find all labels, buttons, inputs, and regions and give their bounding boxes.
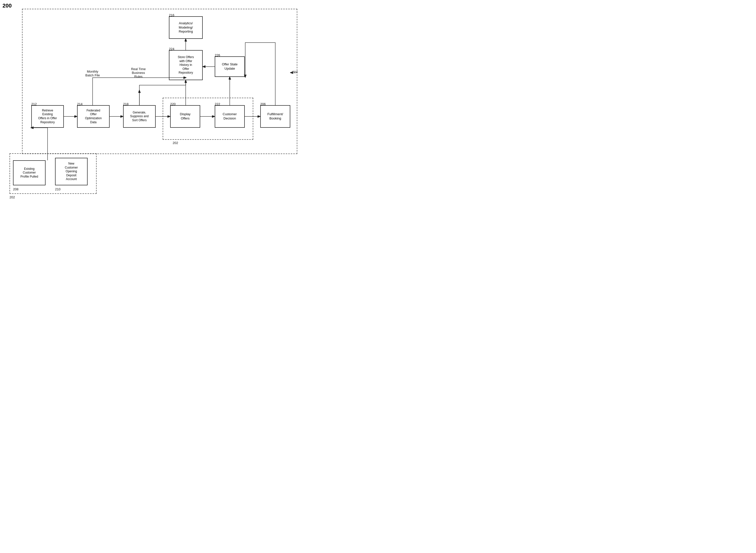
ref-212: 212 bbox=[31, 102, 37, 106]
ref-210: 210 bbox=[55, 187, 61, 191]
ref-202-customer: 202 bbox=[9, 195, 15, 199]
box-218: Generate,Suppress andSort Offers bbox=[123, 105, 156, 128]
ref-224: 224 bbox=[169, 47, 174, 51]
box-222: CustomerDecision bbox=[215, 105, 245, 128]
ref-214: 214 bbox=[77, 102, 83, 106]
box-206: Fulfillment/Booking bbox=[260, 105, 290, 128]
box-220: DisplayOffers bbox=[170, 105, 200, 128]
box-210: NewCustomerOpeningDepositAccount bbox=[55, 158, 88, 185]
ref-208: 208 bbox=[13, 187, 18, 191]
box-212: RetrieveExistingOffers in OfferRepositor… bbox=[31, 105, 64, 128]
box-216: Analytics/Modeling/Reporting bbox=[169, 16, 203, 39]
main-diagram-label: 200 bbox=[2, 2, 12, 9]
ref-202-inner: 202 bbox=[173, 141, 178, 145]
label-monthly-batch: MonthlyBatch File bbox=[79, 70, 106, 77]
diagram-container: 200 204 202 202 RetrieveExistingOffers i… bbox=[0, 0, 315, 230]
label-realtime: Real TimeBusinessRules bbox=[125, 67, 152, 78]
box-224: Store Offerswith OfferHistory inOfferRep… bbox=[169, 50, 203, 80]
ref-222: 222 bbox=[215, 102, 220, 106]
box-208: ExistingCustomerProfile Pulled bbox=[13, 160, 45, 185]
outer-region bbox=[22, 9, 297, 154]
box-214: FederatedOfferOptimizationData bbox=[77, 105, 110, 128]
ref-218: 218 bbox=[123, 102, 129, 106]
ref-216: 216 bbox=[169, 13, 174, 17]
ref-226: 226 bbox=[215, 53, 220, 57]
box-226: Offer StateUpdate bbox=[215, 56, 245, 77]
ref-204: 204 bbox=[292, 70, 298, 74]
ref-206: 206 bbox=[260, 102, 266, 106]
ref-220: 220 bbox=[170, 102, 176, 106]
